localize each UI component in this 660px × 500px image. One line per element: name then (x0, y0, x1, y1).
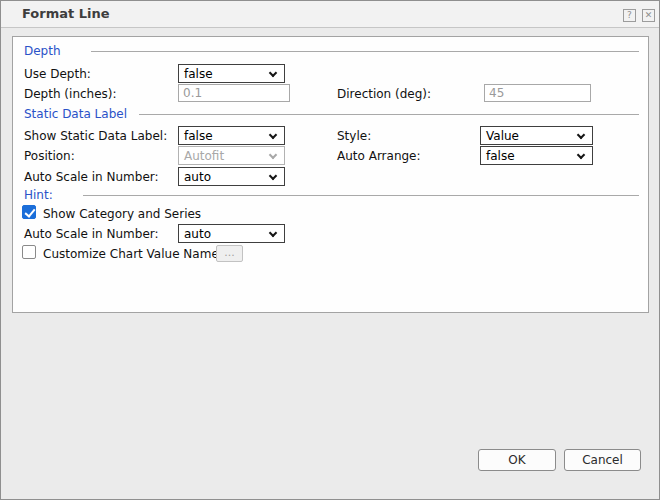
ellipsis-button: ... (216, 245, 243, 262)
style-label: Style: (337, 129, 371, 143)
customize-chart-value-names-label: Customize Chart Value Names (43, 247, 225, 261)
section-title-static-data-label: Static Data Label (24, 107, 127, 121)
depth-inches-label: Depth (inches): (24, 87, 117, 101)
auto-scale-label: Auto Scale in Number: (24, 170, 159, 184)
section-header-hint: Hint: (24, 188, 639, 202)
auto-arrange-label: Auto Arrange: (337, 149, 421, 163)
style-select[interactable]: Value (480, 126, 593, 145)
auto-arrange-select[interactable]: false (480, 146, 593, 165)
chevron-down-icon (269, 69, 277, 77)
depth-inches-field (178, 84, 290, 102)
chevron-down-icon (269, 229, 277, 237)
section-divider (91, 51, 639, 52)
hint-auto-scale-select[interactable]: auto (178, 224, 285, 243)
chevron-down-icon (577, 131, 585, 139)
hint-auto-scale-value: auto (184, 227, 211, 241)
customize-chart-value-names-checkbox[interactable] (22, 245, 36, 259)
show-category-series-label: Show Category and Series (43, 207, 201, 221)
show-static-data-label-value: false (184, 129, 213, 143)
auto-scale-value: auto (184, 170, 211, 184)
use-depth-label: Use Depth: (24, 67, 91, 81)
chevron-down-icon (269, 151, 277, 159)
section-header-depth: Depth (24, 44, 639, 58)
format-line-dialog: Format Line ? ✕ Depth Use Depth: false D… (0, 0, 660, 500)
position-label: Position: (24, 149, 75, 163)
cancel-button[interactable]: Cancel (564, 449, 641, 471)
auto-scale-select[interactable]: auto (178, 167, 285, 186)
dialog-title: Format Line (22, 1, 110, 27)
chevron-down-icon (577, 151, 585, 159)
section-divider (139, 114, 639, 115)
help-icon[interactable]: ? (623, 9, 636, 22)
direction-label: Direction (deg): (337, 87, 431, 101)
title-bar: Format Line ? ✕ (1, 1, 659, 28)
close-icon[interactable]: ✕ (642, 9, 655, 22)
section-divider (83, 195, 639, 196)
chevron-down-icon (269, 131, 277, 139)
hint-auto-scale-label: Auto Scale in Number: (24, 227, 159, 241)
position-value: Autofit (184, 149, 224, 163)
chevron-down-icon (269, 172, 277, 180)
show-static-data-label-select[interactable]: false (178, 126, 285, 145)
section-title-depth: Depth (24, 44, 61, 58)
direction-field (484, 84, 591, 102)
section-title-hint: Hint: (24, 188, 53, 202)
ok-button[interactable]: OK (478, 449, 556, 471)
position-select: Autofit (178, 146, 285, 165)
use-depth-value: false (184, 67, 213, 81)
auto-arrange-value: false (486, 149, 515, 163)
section-header-static-data-label: Static Data Label (24, 107, 639, 121)
show-category-series-checkbox[interactable] (22, 205, 36, 219)
show-static-data-label-label: Show Static Data Label: (24, 129, 167, 143)
content-panel: Depth Use Depth: false Depth (inches): D… (12, 36, 649, 313)
use-depth-select[interactable]: false (178, 64, 285, 83)
style-value: Value (486, 129, 519, 143)
